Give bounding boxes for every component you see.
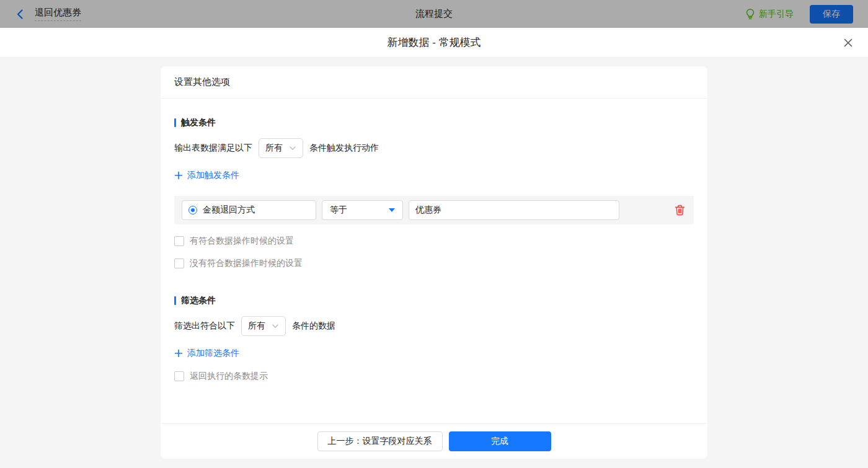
has-match-label: 有符合数据操作时候的设置 [190, 236, 294, 247]
close-icon [843, 38, 853, 48]
options-card: 设置其他选项 触发条件 输出表数据满足以下 所有 条件触发执行动作 [161, 66, 707, 459]
condition-field-select[interactable]: 金额退回方式 [182, 200, 316, 220]
back-button[interactable] [15, 9, 26, 20]
no-match-label: 没有符合数据操作时候的设置 [190, 258, 303, 269]
no-match-setting-row: 没有符合数据操作时候的设置 [174, 258, 694, 269]
condition-operator-select[interactable]: 等于 [322, 200, 403, 220]
lightbulb-icon [745, 9, 755, 20]
condition-value-text: 优惠券 [415, 205, 441, 216]
chevron-down-icon [272, 322, 279, 330]
plus-icon [174, 171, 183, 180]
trash-icon [675, 205, 685, 216]
no-match-checkbox[interactable] [174, 258, 184, 268]
chevron-left-icon [15, 9, 26, 20]
close-button[interactable] [843, 38, 853, 48]
add-filter-condition-link[interactable]: 添加筛选条件 [174, 348, 239, 359]
count-tip-row: 返回执行的条数提示 [174, 371, 694, 382]
filter-match-sentence: 筛选出符合以下 所有 条件的数据 [174, 316, 694, 336]
caret-down-icon [389, 208, 395, 212]
topbar-left: 退回优惠券 [15, 7, 415, 21]
trigger-sentence-suffix: 条件触发执行动作 [309, 143, 379, 154]
flow-name-label[interactable]: 退回优惠券 [35, 7, 81, 21]
topbar: 退回优惠券 流程提交 新手引导 保存 [0, 0, 868, 28]
section-marker [174, 118, 176, 127]
condition-value-input[interactable]: 优惠券 [409, 200, 619, 220]
trigger-match-mode-select[interactable]: 所有 [259, 138, 303, 158]
count-tip-label: 返回执行的条数提示 [190, 371, 268, 382]
modal-body: 设置其他选项 触发条件 输出表数据满足以下 所有 条件触发执行动作 [0, 58, 868, 468]
topbar-right: 新手引导 保存 [453, 5, 853, 24]
radio-field-icon [188, 206, 197, 214]
filter-sentence-suffix: 条件的数据 [292, 320, 335, 332]
beginner-guide-button[interactable]: 新手引导 [745, 9, 794, 20]
filter-section-title: 筛选条件 [174, 295, 694, 306]
card-footer: 上一步：设置字段对应关系 完成 [161, 423, 707, 459]
card-header-title: 设置其他选项 [174, 76, 230, 88]
condition-field-value: 金额退回方式 [203, 205, 255, 216]
section-marker [174, 296, 176, 305]
add-filter-condition-label: 添加筛选条件 [187, 348, 239, 359]
plus-icon [174, 349, 183, 358]
has-match-setting-row: 有符合数据操作时候的设置 [174, 236, 694, 247]
card-header: 设置其他选项 [161, 66, 707, 99]
modal-header: 新增数据 - 常规模式 [0, 28, 868, 58]
page-title: 流程提交 [415, 8, 453, 20]
filter-sentence-prefix: 筛选出符合以下 [174, 320, 235, 332]
delete-condition-button[interactable] [675, 205, 685, 216]
filter-match-mode-select[interactable]: 所有 [241, 316, 286, 336]
chevron-down-icon [289, 144, 296, 152]
filter-section: 筛选条件 筛选出符合以下 所有 条件的数据 [174, 295, 694, 382]
condition-operator-value: 等于 [330, 205, 347, 216]
trigger-sentence-prefix: 输出表数据满足以下 [174, 143, 252, 154]
trigger-section-title: 触发条件 [174, 117, 694, 128]
guide-label: 新手引导 [759, 9, 794, 20]
trigger-condition-row: 金额退回方式 等于 优惠券 [174, 196, 694, 224]
prev-step-button[interactable]: 上一步：设置字段对应关系 [317, 431, 443, 451]
trigger-title-text: 触发条件 [181, 117, 216, 128]
trigger-match-mode-value: 所有 [265, 143, 283, 154]
modal-title: 新增数据 - 常规模式 [387, 35, 480, 50]
add-trigger-condition-label: 添加触发条件 [187, 170, 239, 181]
trigger-match-sentence: 输出表数据满足以下 所有 条件触发执行动作 [174, 138, 694, 158]
filter-title-text: 筛选条件 [181, 295, 216, 306]
filter-match-mode-value: 所有 [248, 320, 265, 332]
done-button[interactable]: 完成 [449, 431, 551, 451]
card-content: 触发条件 输出表数据满足以下 所有 条件触发执行动作 添加触发条件 [161, 99, 707, 423]
has-match-checkbox[interactable] [174, 236, 184, 246]
add-trigger-condition-link[interactable]: 添加触发条件 [174, 170, 239, 181]
count-tip-checkbox[interactable] [174, 371, 184, 381]
save-button[interactable]: 保存 [810, 5, 853, 24]
